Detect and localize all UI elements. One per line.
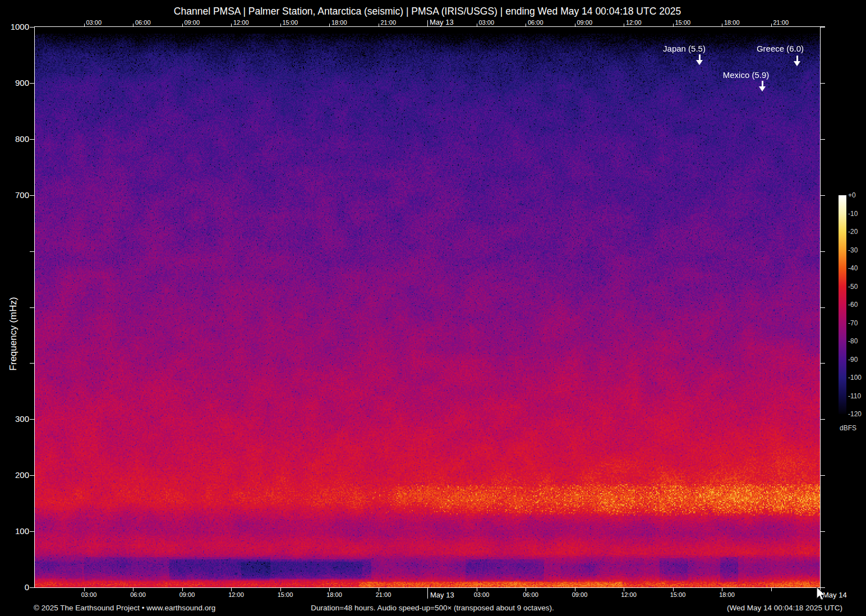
x-tick-label-top: 12:00 bbox=[626, 19, 642, 26]
mouse-cursor-icon bbox=[816, 587, 826, 600]
page-title: Channel PMSA | Palmer Station, Antarctic… bbox=[174, 6, 681, 17]
y-tick-right bbox=[821, 27, 825, 27]
x-tick-label-bottom: 09:00 bbox=[179, 591, 195, 598]
x-tick-label-top: 06:00 bbox=[528, 19, 543, 26]
y-tick-right bbox=[821, 307, 825, 308]
y-tick-label: 300 bbox=[0, 414, 29, 424]
x-tick-top bbox=[379, 24, 379, 27]
y-tick-right bbox=[821, 195, 825, 196]
x-tick-label-bottom: 03:00 bbox=[81, 591, 97, 598]
x-tick-top bbox=[477, 24, 477, 27]
y-tick-left bbox=[30, 587, 34, 588]
y-tick-label: 700 bbox=[0, 190, 29, 200]
footer-copyright: © 2025 The Earthsound Project • www.eart… bbox=[34, 604, 215, 612]
colorbar-tick-label: -30 bbox=[848, 246, 858, 254]
x-tick-bottom bbox=[771, 588, 772, 591]
x-tick-label-top: 12:00 bbox=[233, 19, 249, 26]
y-tick-label: 100 bbox=[0, 526, 29, 536]
footer-duration: Duration=48 hours. Audio speed-up=500× (… bbox=[311, 604, 554, 612]
x-tick-label-bottom: 15:00 bbox=[670, 591, 686, 598]
event-annotation-label: Greece (6.0) bbox=[757, 44, 804, 53]
x-tick-label-top: 21:00 bbox=[381, 19, 397, 26]
colorbar-unit-label: dBFS bbox=[840, 424, 856, 432]
event-annotation-label: Japan (5.5) bbox=[663, 44, 706, 53]
x-tick-top bbox=[575, 24, 575, 27]
x-tick-label-top: 09:00 bbox=[185, 19, 200, 26]
y-tick-label: 800 bbox=[0, 134, 29, 144]
x-tick-top bbox=[624, 24, 624, 27]
x-tick-top bbox=[280, 24, 281, 27]
colorbar-tick-label: -90 bbox=[848, 356, 858, 364]
colorbar-tick-label: -60 bbox=[848, 301, 858, 309]
event-arrow-head-icon bbox=[696, 60, 703, 65]
x-tick-label-top: 06:00 bbox=[135, 19, 151, 26]
x-tick-top bbox=[427, 20, 428, 27]
spectrogram-page: Channel PMSA | Palmer Station, Antarctic… bbox=[0, 0, 866, 616]
x-tick-label-bottom: May 13 bbox=[430, 591, 454, 599]
colorbar-tick-label: -80 bbox=[848, 337, 858, 345]
y-tick-right bbox=[821, 531, 825, 532]
y-tick-left bbox=[30, 363, 34, 364]
y-tick-right bbox=[821, 251, 825, 252]
event-arrow-icon bbox=[699, 54, 701, 60]
x-tick-label-bottom: 09:00 bbox=[572, 591, 588, 598]
spectrogram-canvas bbox=[35, 27, 820, 587]
x-tick-label-top: May 13 bbox=[430, 18, 454, 26]
x-tick-label-top: 09:00 bbox=[577, 19, 593, 26]
x-tick-label-bottom: 18:00 bbox=[326, 591, 342, 598]
y-tick-left bbox=[30, 307, 34, 308]
x-tick-label-bottom: 03:00 bbox=[474, 591, 490, 598]
x-tick-top bbox=[526, 24, 526, 27]
event-annotation-label: Mexico (5.9) bbox=[723, 70, 770, 80]
event-arrow-head-icon bbox=[794, 61, 800, 66]
x-tick-label-bottom: 21:00 bbox=[376, 591, 391, 598]
event-arrow-icon bbox=[762, 81, 763, 86]
y-axis-title: Frequency (mHz) bbox=[8, 297, 19, 370]
y-tick-left bbox=[30, 531, 34, 532]
y-tick-label: 0 bbox=[0, 582, 29, 592]
x-tick-bottom bbox=[427, 588, 428, 599]
y-tick-label: 1000 bbox=[0, 22, 29, 31]
x-tick-label-bottom: 12:00 bbox=[621, 591, 637, 598]
x-tick-top bbox=[231, 24, 232, 27]
y-tick-left bbox=[30, 195, 34, 196]
x-tick-label-top: 15:00 bbox=[283, 19, 298, 26]
y-tick-left bbox=[30, 251, 34, 252]
y-tick-right bbox=[821, 83, 825, 84]
x-tick-top bbox=[673, 24, 674, 27]
colorbar-tick-label: -40 bbox=[848, 264, 858, 272]
colorbar-tick-label: -10 bbox=[848, 210, 858, 218]
y-tick-right bbox=[821, 419, 825, 420]
x-tick-label-bottom: 15:00 bbox=[278, 591, 293, 598]
y-tick-left bbox=[30, 27, 34, 27]
x-tick-label-bottom: 06:00 bbox=[130, 591, 146, 598]
x-tick-label-top: 15:00 bbox=[675, 19, 691, 26]
x-tick-label-top: 18:00 bbox=[724, 19, 740, 26]
x-tick-top bbox=[329, 24, 330, 27]
y-tick-left bbox=[30, 83, 34, 84]
y-tick-right bbox=[821, 363, 825, 364]
y-tick-label: 900 bbox=[0, 78, 29, 88]
x-tick-top bbox=[133, 24, 133, 27]
x-tick-label-bottom: 12:00 bbox=[228, 591, 244, 598]
event-arrow-icon bbox=[796, 56, 798, 61]
x-tick-label-top: 03:00 bbox=[86, 19, 102, 26]
x-tick-label-top: 03:00 bbox=[479, 19, 495, 26]
y-tick-label: 200 bbox=[0, 470, 29, 480]
x-tick-label-bottom: 18:00 bbox=[719, 591, 735, 598]
colorbar bbox=[839, 195, 846, 414]
y-tick-right bbox=[821, 139, 825, 140]
x-tick-label-top: 21:00 bbox=[773, 19, 789, 26]
colorbar-tick-label: -70 bbox=[848, 319, 858, 327]
x-tick-label-top: 18:00 bbox=[331, 19, 347, 26]
colorbar-tick-label: -100 bbox=[848, 374, 862, 381]
x-tick-top bbox=[84, 24, 85, 27]
y-tick-left bbox=[30, 475, 34, 476]
colorbar-tick-label: -120 bbox=[848, 410, 862, 418]
x-tick-top bbox=[771, 24, 772, 27]
y-tick-left bbox=[30, 139, 34, 140]
event-arrow-head-icon bbox=[759, 86, 766, 91]
footer-timestamp: (Wed May 14 00:04:18 2025 UTC) bbox=[727, 604, 842, 612]
colorbar-tick-label: -20 bbox=[848, 228, 858, 236]
colorbar-tick-label: -50 bbox=[848, 283, 858, 291]
